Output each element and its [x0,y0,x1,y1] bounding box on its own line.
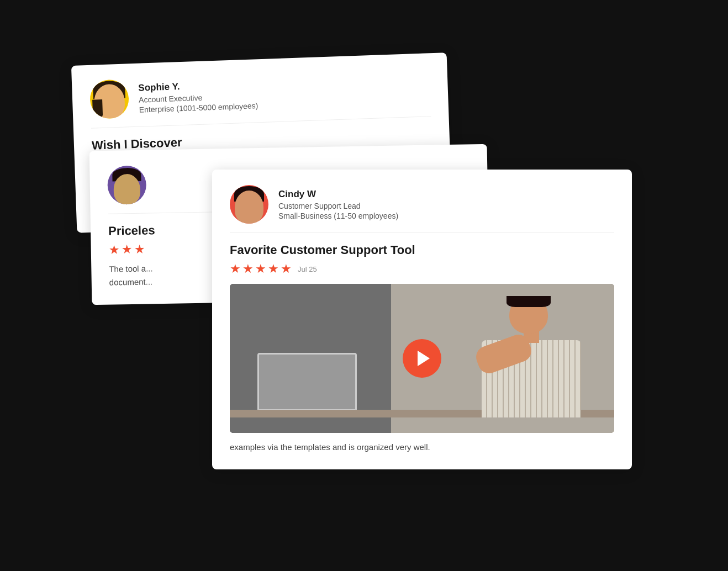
review-text-2-line2: document... [109,277,153,287]
review-date: Jul 25 [298,265,317,273]
star-2-2: ★ [122,244,133,256]
avatar-purple [107,166,146,205]
star-3-3: ★ [255,263,266,275]
star-2-1: ★ [109,244,120,256]
hair-side-decoration [92,99,103,119]
review-title-2: Priceles [108,222,219,238]
star-3-2: ★ [242,263,254,275]
video-laptop-screen [257,353,357,411]
star-2-3: ★ [134,244,145,256]
video-hair [507,296,551,307]
reviewer-company-cindy: Small-Business (11-50 employees) [278,212,398,220]
star-3-4: ★ [268,263,279,275]
star-3-1: ★ [230,263,241,275]
avatar-sophie [89,79,129,119]
play-button[interactable] [403,339,441,378]
review-cards-scene: Sophie Y. Account Executive Enterprise (… [74,59,654,512]
avatar-cindy [230,185,268,224]
review-card-3: Cindy W Customer Support Lead Small-Busi… [212,170,632,469]
reviewer-role-cindy: Customer Support Lead [278,202,398,210]
review-text-2-line1: The tool a... [109,263,153,273]
review-text-3: examples via the templates and is organi… [230,441,614,454]
reviewer-row-cindy: Cindy W Customer Support Lead Small-Busi… [230,185,614,233]
review-title-3: Favorite Customer Support Tool [230,243,614,257]
video-thumbnail[interactable] [230,284,614,433]
reviewer-info-sophie: Sophie Y. Account Executive Enterprise (… [138,78,258,114]
purple-face [113,174,140,205]
reviewer-name-cindy: Cindy W [278,189,398,200]
video-person-body [471,296,592,417]
star-3-5: ★ [281,263,292,275]
reviewer-info-cindy: Cindy W Customer Support Lead Small-Busi… [278,189,398,220]
star-rating-3: ★ ★ ★ ★ ★ Jul 25 [230,263,614,275]
cindy-face [235,191,263,224]
